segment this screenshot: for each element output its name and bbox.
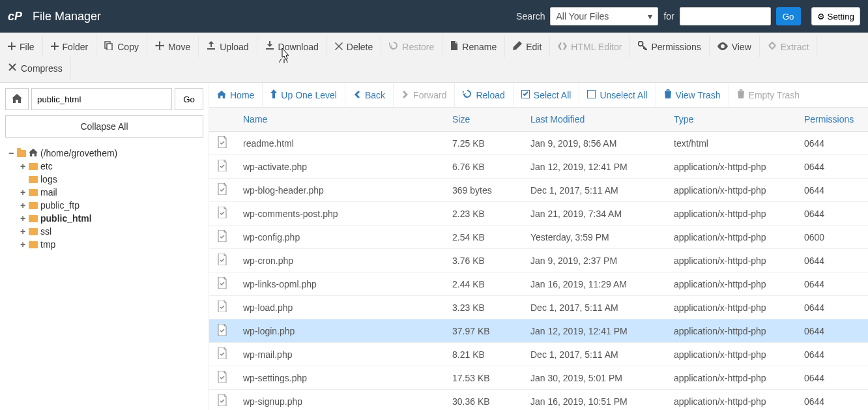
file-row[interactable]: wp-settings.php 17.53 KB Jan 30, 2019, 5… — [209, 366, 868, 390]
pane-up-button[interactable]: Up One Level — [263, 83, 345, 107]
file-row[interactable]: wp-comments-post.php 2.23 KB Jan 21, 201… — [209, 202, 868, 226]
file-icon — [217, 183, 227, 197]
tb-label: Restore — [402, 42, 434, 52]
tb-label: Delete — [347, 42, 373, 52]
search-scope-select[interactable]: All Your Files ▾ — [550, 7, 658, 25]
permissions-button[interactable]: Permissions — [630, 36, 709, 57]
file-modified: Jan 21, 2019, 7:34 AM — [523, 202, 666, 226]
pt-label: Unselect All — [600, 90, 647, 100]
col-permissions[interactable]: Permissions — [796, 108, 868, 132]
pt-label: Forward — [413, 90, 446, 100]
file-perm: 0644 — [796, 272, 868, 296]
file-icon — [217, 277, 227, 291]
pane-selectall-button[interactable]: Select All — [514, 83, 579, 107]
rename-button[interactable]: Rename — [442, 36, 505, 57]
file-row[interactable]: wp-cron.php 3.76 KB Jan 9, 2019, 2:37 PM… — [209, 249, 868, 272]
file-icon-cell — [209, 343, 235, 366]
search-go-button[interactable]: Go — [776, 7, 801, 25]
col-modified[interactable]: Last Modified — [523, 108, 666, 132]
file-modified: Yesterday, 3:59 PM — [523, 226, 666, 249]
file-name: wp-login.php — [235, 319, 444, 343]
file-name: wp-links-opml.php — [235, 272, 444, 296]
file-table: Name Size Last Modified Type Permissions… — [209, 108, 868, 410]
tree-node-public-html[interactable]: +public_html — [20, 212, 203, 225]
file-size: 3.23 KB — [444, 296, 523, 319]
tree-label: tmp — [40, 239, 55, 250]
copy-button[interactable]: Copy — [96, 36, 147, 57]
pt-label: View Trash — [676, 90, 721, 100]
tree-label: logs — [40, 174, 57, 184]
tree-node-logs[interactable]: logs — [20, 173, 203, 186]
file-type: application/x-httpd-php — [666, 179, 796, 202]
collapse-all-button[interactable]: Collapse All — [5, 115, 203, 138]
file-row[interactable]: wp-config.php 2.54 KB Yesterday, 3:59 PM… — [209, 226, 868, 249]
upload-button[interactable]: Upload — [199, 36, 257, 57]
file-icon — [217, 207, 227, 220]
search-input[interactable] — [680, 7, 771, 25]
file-row[interactable]: wp-signup.php 30.36 KB Jan 16, 2019, 10:… — [209, 390, 868, 411]
search-label: Search — [516, 11, 545, 22]
path-go-button[interactable]: Go — [175, 88, 203, 110]
pane-home-button[interactable]: Home — [209, 83, 262, 107]
pane-unselectall-button[interactable]: Unselect All — [579, 83, 655, 107]
file-size: 2.23 KB — [444, 202, 523, 226]
view-button[interactable]: View — [710, 36, 760, 57]
file-icon — [217, 136, 227, 150]
copy-icon — [104, 41, 113, 52]
col-type[interactable]: Type — [666, 108, 796, 132]
file-icon-cell — [209, 296, 235, 319]
file-row[interactable]: readme.html 7.25 KB Jan 9, 2019, 8:56 AM… — [209, 132, 868, 155]
tb-label: View — [732, 42, 751, 52]
path-input[interactable] — [31, 88, 172, 110]
pane-back-button[interactable]: Back — [345, 83, 393, 107]
move-button[interactable]: Move — [147, 36, 199, 57]
tree-node-tmp[interactable]: +tmp — [20, 238, 203, 251]
col-size[interactable]: Size — [444, 108, 523, 132]
file-type: text/html — [666, 132, 796, 155]
svg-rect-5 — [588, 90, 596, 98]
pane-reload-button[interactable]: Reload — [455, 83, 512, 107]
file-name: wp-comments-post.php — [235, 202, 444, 226]
file-type: application/x-httpd-php — [666, 366, 796, 390]
eye-icon — [717, 42, 728, 52]
folder-button[interactable]: Folder — [43, 36, 97, 57]
file-button[interactable]: File — [0, 36, 43, 57]
file-row[interactable]: wp-load.php 3.23 KB Dec 1, 2017, 5:11 AM… — [209, 296, 868, 319]
tree-node-mail[interactable]: +mail — [20, 186, 203, 199]
tree-node-ssl[interactable]: +ssl — [20, 225, 203, 238]
pt-label: Up One Level — [281, 90, 337, 100]
file-row[interactable]: wp-activate.php 6.76 KB Jan 12, 2019, 12… — [209, 155, 868, 179]
pane-viewtrash-button[interactable]: View Trash — [656, 83, 729, 107]
file-row[interactable]: wp-links-opml.php 2.44 KB Jan 16, 2019, … — [209, 272, 868, 296]
tb-label: Move — [168, 42, 190, 52]
download-button[interactable]: Download — [257, 36, 327, 57]
file-size: 8.21 KB — [444, 343, 523, 366]
folder-icon — [29, 228, 38, 235]
col-name[interactable]: Name — [235, 108, 444, 132]
expand-icon: + — [20, 200, 26, 211]
file-row[interactable]: wp-login.php 37.97 KB Jan 12, 2019, 12:4… — [209, 319, 868, 343]
delete-button[interactable]: Delete — [327, 36, 381, 57]
compress-button[interactable]: Compress — [0, 57, 71, 79]
file-size: 7.25 KB — [444, 132, 523, 155]
for-label: for — [663, 11, 674, 22]
file-modified: Dec 1, 2017, 5:11 AM — [523, 296, 666, 319]
file-type: application/x-httpd-php — [666, 319, 796, 343]
file-row[interactable]: wp-mail.php 8.21 KB Dec 1, 2017, 5:11 AM… — [209, 343, 868, 366]
file-row[interactable]: wp-blog-header.php 369 bytes Dec 1, 2017… — [209, 179, 868, 202]
tree-root[interactable]: − (/home/grovethem) — [8, 147, 203, 160]
file-perm: 0644 — [796, 366, 868, 390]
file-icon — [217, 230, 227, 244]
tb-label: Copy — [117, 42, 139, 52]
tree-node-public-ftp[interactable]: +public_ftp — [20, 199, 203, 212]
file-type: application/x-httpd-php — [666, 226, 796, 249]
settings-label: Setting — [828, 12, 855, 22]
file-icon — [217, 324, 227, 338]
tree-node-etc[interactable]: +etc — [20, 160, 203, 173]
settings-button[interactable]: ⚙ Setting — [811, 7, 861, 25]
edit-button[interactable]: Edit — [505, 36, 550, 57]
file-icon — [217, 300, 227, 314]
file-name: wp-load.php — [235, 296, 444, 319]
sidebar-home-button[interactable] — [5, 88, 29, 110]
file-icon — [450, 41, 458, 52]
